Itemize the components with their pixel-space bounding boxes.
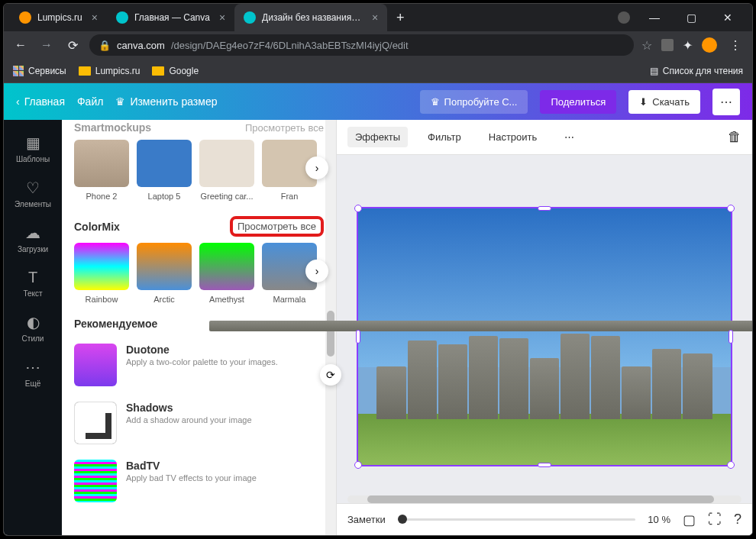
zoom-value[interactable]: 10 % — [648, 514, 670, 525]
share-button[interactable]: Поделиться — [540, 90, 616, 114]
sidebar-item-templates[interactable]: ▦Шаблоны — [4, 126, 62, 171]
scroll-right-button[interactable]: › — [305, 260, 328, 282]
download-button[interactable]: ⬇Скачать — [628, 90, 700, 114]
resize-handle[interactable] — [727, 461, 735, 469]
effects-tool[interactable]: Эффекты — [347, 127, 408, 147]
minimize-button[interactable]: — — [642, 11, 667, 24]
resize-handle[interactable] — [538, 463, 551, 467]
thumb-label: Fran — [262, 192, 317, 201]
slider-thumb[interactable] — [398, 515, 407, 524]
maximize-button[interactable]: ▢ — [679, 11, 703, 24]
reload-button[interactable]: ⟳ — [63, 38, 82, 53]
colormix-arctic[interactable]: Arctic — [137, 243, 192, 304]
try-pro-button[interactable]: ♛Попробуйте C... — [420, 90, 528, 114]
fullscreen-button[interactable]: ⛶ — [708, 512, 722, 528]
tab-title: Lumpics.ru — [37, 12, 82, 23]
browser-menu-button[interactable]: ⋮ — [726, 38, 745, 53]
section-title: ColorMix — [74, 221, 120, 233]
scroll-right-button[interactable]: › — [305, 157, 328, 179]
rec-thumb — [74, 344, 117, 386]
sidebar-item-more[interactable]: ⋯Ещё — [4, 350, 62, 395]
thumb-image — [74, 140, 129, 187]
tab-canva-home[interactable]: Главная — Canva × — [107, 4, 234, 31]
home-button[interactable]: ‹Главная — [16, 95, 65, 108]
colormix-amethyst[interactable]: Amethyst — [199, 243, 254, 304]
folder-icon — [152, 66, 164, 76]
resize-handle[interactable] — [729, 330, 733, 344]
favicon-icon — [244, 11, 256, 24]
colormix-rainbow[interactable]: Rainbow — [74, 243, 129, 304]
rec-shadows[interactable]: ShadowsAdd a shadow around your image — [74, 394, 324, 452]
close-window-button[interactable]: ✕ — [716, 11, 740, 24]
more-tools[interactable]: ⋯ — [557, 127, 582, 147]
sidebar: ▦Шаблоны ♡Элементы ☁Загрузки TТекст ◐Сти… — [4, 120, 62, 535]
grid-view-button[interactable]: ▢ — [683, 512, 696, 528]
filter-tool[interactable]: Фильтр — [420, 127, 469, 147]
list-icon: ▤ — [650, 66, 658, 76]
sidebar-item-elements[interactable]: ♡Элементы — [4, 171, 62, 216]
selected-image[interactable] — [357, 207, 732, 466]
close-icon[interactable]: × — [372, 11, 378, 24]
sidebar-label: Загрузки — [18, 245, 48, 253]
thumb-image — [137, 140, 192, 187]
view-all-link[interactable]: Просмотреть все — [245, 122, 324, 134]
image-content — [376, 331, 712, 418]
templates-icon: ▦ — [26, 134, 40, 152]
reading-list-button[interactable]: ▤ Список для чтения — [650, 66, 743, 76]
section-title: Smartmockups — [74, 121, 151, 134]
bookmark-folder-lumpics[interactable]: Lumpics.ru — [79, 66, 141, 76]
back-button[interactable]: ← — [11, 38, 30, 52]
scrollbar-thumb[interactable] — [327, 311, 334, 357]
scrollbar-thumb[interactable] — [367, 495, 714, 503]
file-menu[interactable]: Файл — [77, 95, 103, 108]
thumb-image — [199, 140, 254, 187]
extension-icon[interactable] — [661, 39, 674, 51]
notes-button[interactable]: Заметки — [347, 514, 386, 525]
address-bar: ← → ⟳ 🔒 canva.com/design/DAEg4eo7zF4/6DL… — [4, 31, 752, 59]
help-button[interactable]: ? — [734, 512, 741, 528]
section-smartmockups: Smartmockups Просмотреть все — [74, 120, 324, 140]
thumb-image — [74, 243, 129, 290]
more-menu-button[interactable]: ⋯ — [712, 89, 740, 115]
tab-canva-design[interactable]: Дизайн без названия — 5100 × — [234, 4, 387, 31]
extensions-menu-icon[interactable]: ✦ — [683, 38, 693, 53]
bookmark-folder-google[interactable]: Google — [152, 66, 199, 76]
account-icon[interactable] — [618, 11, 630, 24]
close-icon[interactable]: × — [92, 11, 98, 24]
tab-lumpics[interactable]: Lumpics.ru × — [10, 4, 107, 31]
resize-handle[interactable] — [538, 206, 551, 211]
mockup-greeting[interactable]: Greeting car... — [199, 140, 254, 201]
sidebar-item-styles[interactable]: ◐Стили — [4, 305, 62, 350]
thumb-image — [199, 243, 254, 290]
forward-button[interactable]: → — [37, 38, 56, 52]
sidebar-item-uploads[interactable]: ☁Загрузки — [4, 216, 62, 261]
view-all-link[interactable]: Просмотреть все — [230, 216, 324, 237]
mockup-laptop[interactable]: Laptop 5 — [137, 140, 192, 201]
section-colormix: ColorMix Просмотреть все — [74, 210, 324, 243]
resize-handle[interactable] — [354, 461, 362, 469]
zoom-slider[interactable] — [398, 518, 636, 521]
profile-avatar[interactable] — [702, 37, 717, 53]
sidebar-item-text[interactable]: TТекст — [4, 261, 62, 305]
resize-handle[interactable] — [727, 205, 735, 212]
delete-button[interactable]: 🗑 — [728, 129, 741, 145]
url-input[interactable]: 🔒 canva.com/design/DAEg4eo7zF4/6DLnihA3a… — [89, 34, 634, 56]
bookmark-apps[interactable]: Сервисы — [13, 66, 66, 76]
thumb-label: Laptop 5 — [137, 192, 192, 201]
close-icon[interactable]: × — [219, 11, 225, 24]
mockup-phone[interactable]: Phone 2 — [74, 140, 129, 201]
resize-button[interactable]: ♛Изменить размер — [115, 95, 217, 108]
horizontal-scrollbar[interactable] — [347, 495, 741, 503]
thumb-label: Marmala — [262, 295, 317, 304]
resize-handle[interactable] — [354, 205, 362, 212]
canvas-footer: Заметки 10 % ▢ ⛶ ? — [337, 503, 752, 535]
new-tab-button[interactable]: + — [387, 10, 414, 26]
rec-badtv[interactable]: BadTVApply bad TV effects to your image — [74, 452, 324, 510]
adjust-tool[interactable]: Настроить — [481, 127, 545, 147]
sync-button[interactable]: ⟳ — [320, 364, 341, 386]
canvas[interactable]: ⟳ — [337, 155, 752, 503]
thumb-image — [137, 243, 192, 290]
star-icon[interactable]: ☆ — [641, 38, 652, 53]
resize-handle[interactable] — [356, 330, 360, 344]
rec-duotone[interactable]: DuotoneApply a two-color palette to your… — [74, 336, 324, 394]
